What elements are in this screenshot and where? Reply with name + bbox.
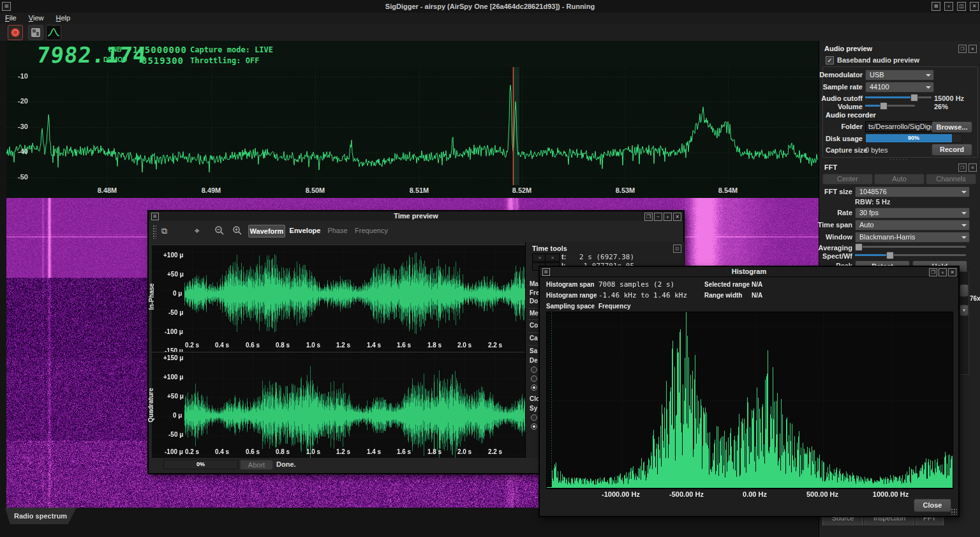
panel-float-icon[interactable]: ❐ bbox=[958, 45, 967, 53]
histogram-titlebar[interactable]: ⊞ Histogram ❐ ＋ ✕ bbox=[540, 267, 958, 277]
y-tick: -100 μ bbox=[165, 448, 183, 455]
selection-cell[interactable]: × bbox=[545, 253, 560, 262]
x-tick: 0.2 s bbox=[185, 342, 199, 349]
inphase-plot[interactable]: +100 μ +50 μ 0 μ -50 μ -100 μ -150 μ 0.2… bbox=[152, 245, 525, 352]
db-tick: -20 bbox=[11, 97, 28, 105]
capture-mode-text: Capture mode: LIVE bbox=[190, 45, 273, 54]
maximize-icon[interactable]: ＋ bbox=[664, 213, 672, 221]
y-tick: -50 μ bbox=[168, 309, 183, 316]
spectrum-plot[interactable] bbox=[6, 67, 819, 185]
abort-button[interactable]: Abort bbox=[240, 460, 273, 470]
zoom-out-icon[interactable] bbox=[214, 225, 225, 236]
sample-rate-dropdown[interactable]: 44100 bbox=[865, 82, 934, 93]
disk-usage-label: Disk usage bbox=[819, 135, 863, 142]
quadrature-waveform bbox=[152, 352, 525, 458]
x-tick: 0.6 s bbox=[246, 448, 260, 455]
time-span-label: Time span bbox=[814, 221, 852, 229]
sample-rate-value: 44100 bbox=[870, 83, 889, 91]
menu-view[interactable]: View bbox=[24, 13, 49, 22]
fit-selection-icon[interactable]: ⌖ bbox=[195, 225, 200, 236]
window-restore-icon[interactable]: ⊠ bbox=[932, 2, 940, 11]
demod-frequency-value[interactable]: 8519300 bbox=[133, 56, 184, 66]
hist-x-tick: 0.00 Hz bbox=[743, 490, 767, 498]
maximize-icon[interactable]: ＋ bbox=[939, 268, 947, 276]
tab-radio-spectrum-label: Radio spectrum bbox=[14, 512, 67, 520]
window-func-dropdown[interactable]: Blackmann-Harris bbox=[855, 232, 970, 243]
channels-button[interactable]: Channels bbox=[926, 174, 976, 185]
auto-button[interactable]: Auto bbox=[874, 174, 924, 185]
radio-option-selected[interactable] bbox=[531, 384, 537, 391]
radio-option-selected[interactable] bbox=[531, 423, 537, 430]
export-progress-bar: 0% bbox=[163, 460, 238, 469]
t-value: 2 s (6927.38) bbox=[579, 253, 634, 261]
sigdigger-app: ⊞ SigDigger - airspy (AirSpy One [26a464… bbox=[0, 0, 980, 537]
demodulator-dropdown[interactable]: USB bbox=[865, 70, 934, 80]
toolbar-grip-handle[interactable] bbox=[152, 225, 156, 239]
panels-button[interactable] bbox=[28, 25, 43, 40]
float-icon[interactable]: ❐ bbox=[644, 213, 653, 221]
time-span-dropdown[interactable]: Auto bbox=[855, 220, 970, 231]
histogram-close-button[interactable]: Close bbox=[914, 499, 951, 512]
radio-option[interactable] bbox=[531, 367, 537, 373]
copy-selection-icon[interactable]: ⧉ bbox=[161, 226, 167, 236]
float-icon[interactable]: ❐ bbox=[929, 268, 937, 276]
demod-label: DEMOD bbox=[103, 56, 127, 63]
histogram-plot[interactable] bbox=[546, 312, 953, 489]
radio-option[interactable] bbox=[531, 414, 537, 421]
window-split-icon[interactable]: ◫ bbox=[957, 2, 966, 11]
folder-field[interactable]: ts/Desarrollo/SigDigger bbox=[865, 121, 933, 132]
x-tick: 1.6 s bbox=[397, 448, 411, 455]
browse-button[interactable]: Browse... bbox=[932, 121, 972, 133]
resize-grip[interactable] bbox=[951, 508, 957, 515]
minimize-icon[interactable]: − bbox=[654, 213, 662, 221]
menu-file[interactable]: File bbox=[0, 13, 22, 22]
mode-phase[interactable]: Phase bbox=[325, 225, 350, 236]
rate-dropdown[interactable]: 30 fps bbox=[855, 208, 970, 218]
x-tick: 0.6 s bbox=[246, 342, 260, 349]
window-titlebar[interactable]: ⊞ SigDigger - airspy (AirSpy One [26a464… bbox=[0, 0, 980, 13]
center-button[interactable]: Center bbox=[822, 174, 873, 185]
x-tick: 0.4 s bbox=[215, 342, 229, 349]
rbw-text: RBW: 5 Hz bbox=[855, 198, 890, 206]
record-audio-button[interactable]: Record bbox=[932, 144, 972, 156]
chevron-down-icon bbox=[961, 191, 967, 196]
averaging-slider[interactable] bbox=[855, 243, 966, 250]
volume-slider[interactable] bbox=[865, 102, 915, 109]
window-func-value: Blackmann-Harris bbox=[859, 233, 915, 241]
zoom-up-button[interactable] bbox=[960, 284, 969, 297]
spectrum-view-button[interactable] bbox=[46, 25, 61, 40]
panel-close-icon[interactable]: ✕ bbox=[969, 163, 977, 172]
time-tools-icon[interactable]: ⊡ bbox=[673, 245, 681, 253]
capture-size-value: 0 bytes bbox=[865, 146, 887, 154]
lcd-frequency-display[interactable]: 7982.174 bbox=[36, 42, 148, 68]
close-icon[interactable]: ✕ bbox=[673, 213, 681, 221]
fft-size-dropdown[interactable]: 1048576 bbox=[855, 186, 970, 197]
panel-float-icon[interactable]: ❐ bbox=[958, 163, 967, 172]
mode-waveform[interactable]: Waveform bbox=[248, 225, 285, 238]
baseband-audio-checkbox[interactable]: ✓ bbox=[826, 56, 834, 64]
audio-cutoff-slider[interactable] bbox=[865, 94, 932, 100]
tab-radio-spectrum[interactable]: Radio spectrum ✕ bbox=[5, 508, 77, 524]
menu-help[interactable]: Help bbox=[51, 13, 76, 22]
x-tick: 2.2 s bbox=[488, 342, 502, 349]
window-maximize-icon[interactable]: ＋ bbox=[944, 2, 953, 11]
zoom-down-button[interactable]: ▾ bbox=[960, 305, 969, 316]
lnb-label: LNB bbox=[108, 46, 122, 53]
mode-envelope[interactable]: Envelope bbox=[288, 225, 322, 236]
hist-x-tick: -500.00 Hz bbox=[669, 490, 704, 498]
window-close-icon[interactable]: ✕ bbox=[970, 2, 979, 11]
tab-close-icon[interactable]: ✕ bbox=[9, 529, 15, 536]
zoom-in-icon[interactable] bbox=[232, 225, 242, 236]
x-tick: 0.2 s bbox=[185, 448, 199, 455]
panel-close-icon[interactable]: ✕ bbox=[969, 45, 977, 53]
freq-tick: 8.49M bbox=[202, 186, 221, 194]
mode-frequency[interactable]: Frequency bbox=[352, 225, 391, 236]
radio-option[interactable] bbox=[531, 375, 537, 382]
time-preview-titlebar[interactable]: ⊞ Time preview ❐ − ＋ ✕ bbox=[149, 211, 683, 222]
lnb-frequency-value[interactable]: 125000000 bbox=[133, 45, 184, 55]
spect-wf-slider[interactable] bbox=[855, 252, 966, 258]
close-icon[interactable]: ✕ bbox=[948, 268, 956, 276]
record-button[interactable] bbox=[8, 25, 23, 40]
selected-range-value: N/A bbox=[752, 281, 762, 288]
quadrature-plot[interactable]: +150 μ +100 μ +50 μ 0 μ -50 μ -100 μ 0.2… bbox=[152, 352, 525, 458]
